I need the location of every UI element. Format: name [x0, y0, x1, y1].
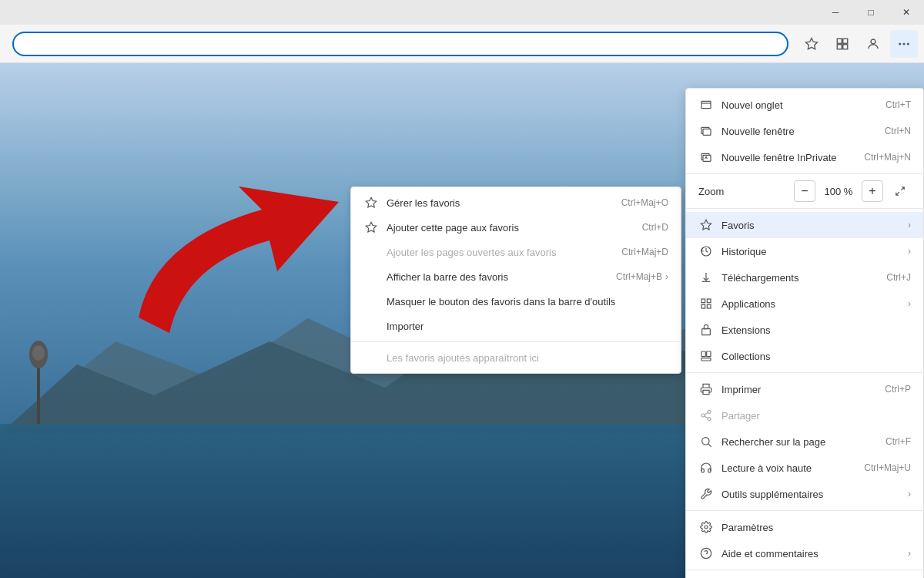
zoom-expand-button[interactable]: [889, 180, 911, 202]
title-bar: ─ □ ✕: [0, 0, 924, 25]
svg-line-39: [708, 444, 711, 447]
chevron-applications: ›: [908, 298, 911, 309]
menu-item-favoris[interactable]: Favoris ›: [686, 212, 923, 238]
close-button[interactable]: ✕: [889, 0, 924, 25]
red-arrow: [123, 148, 354, 341]
svg-rect-29: [701, 351, 705, 357]
star-icon: [363, 195, 379, 210]
svg-point-5: [871, 39, 875, 44]
minimize-button[interactable]: ─: [818, 0, 853, 25]
menu-item-parametres[interactable]: Paramètres: [686, 514, 923, 540]
menu-label-nouvelle-fenetre: Nouvelle fenêtre: [721, 126, 877, 137]
menu-shortcut-lecture: Ctrl+Maj+U: [864, 462, 911, 473]
svg-point-35: [708, 418, 711, 421]
menu-label-telechargements: Téléchargements: [721, 272, 879, 284]
svg-marker-15: [366, 222, 376, 232]
fav-item-importer[interactable]: Importer: [351, 314, 681, 338]
new-tab-icon: [698, 97, 714, 113]
zoom-label: Zoom: [698, 186, 794, 197]
star-icon: [805, 37, 819, 51]
menu-shortcut-telechargements: Ctrl+J: [886, 272, 911, 283]
chevron-outils: ›: [908, 489, 911, 499]
profile-button[interactable]: [859, 30, 887, 58]
fav-label-afficher: Afficher la barre des favoris: [387, 271, 601, 283]
extensions-icon: [698, 322, 714, 338]
fav-item-ajouter[interactable]: Ajouter cette page aux favoris Ctrl+D: [351, 215, 681, 240]
favoris-icon: [698, 217, 714, 233]
menu-item-outils[interactable]: Outils supplémentaires ›: [686, 481, 923, 507]
fav-separator: [351, 341, 681, 342]
svg-point-7: [903, 42, 906, 45]
svg-rect-4: [843, 44, 848, 49]
svg-rect-25: [707, 299, 711, 303]
menu-label-historique: Historique: [721, 246, 905, 257]
read-aloud-icon: [698, 460, 714, 476]
zoom-row: Zoom − 100 % +: [686, 177, 923, 205]
fav-label-masquer: Masquer le bouton des favoris dans la ba…: [387, 296, 668, 307]
print-icon: [698, 381, 714, 397]
zoom-value: 100 %: [822, 186, 855, 197]
toolbar-icons: [798, 30, 918, 58]
svg-rect-19: [703, 129, 711, 135]
empty-icon-1: [363, 244, 379, 260]
empty-icon-2: [363, 269, 379, 284]
share-icon: [698, 408, 714, 423]
menu-shortcut-imprimer: Ctrl+P: [885, 384, 911, 395]
favorites-toolbar-button[interactable]: [798, 30, 825, 58]
menu-item-aide[interactable]: Aide et commentaires ›: [686, 540, 923, 566]
svg-rect-30: [707, 351, 711, 357]
menu-item-applications[interactable]: Applications ›: [686, 291, 923, 317]
fav-item-masquer[interactable]: Masquer le bouton des favoris dans la ba…: [351, 289, 681, 314]
svg-rect-24: [701, 299, 705, 303]
arrow-svg: [123, 148, 354, 341]
menu-item-fermer[interactable]: Fermer Microsoft Edge: [686, 573, 923, 578]
menu-item-extensions[interactable]: Extensions: [686, 317, 923, 343]
menu-item-telechargements[interactable]: Téléchargements Ctrl+J: [686, 264, 923, 291]
collections-menu-icon: [698, 348, 714, 364]
menu-item-nouvel-onglet[interactable]: Nouvel onglet Ctrl+T: [686, 92, 923, 118]
zoom-increase-button[interactable]: +: [862, 180, 883, 202]
menu-item-inprivate[interactable]: Nouvelle fenêtre InPrivate Ctrl+Maj+N: [686, 144, 923, 170]
empty-icon-3: [363, 294, 379, 309]
empty-icon-4: [363, 318, 379, 334]
svg-rect-1: [837, 39, 842, 43]
search-page-icon: [698, 434, 714, 449]
svg-rect-16: [701, 101, 711, 108]
bird-svg: [15, 331, 62, 424]
url-input[interactable]: [23, 38, 778, 50]
favorites-submenu: Gérer les favoris Ctrl+Maj+O Ajouter cet…: [350, 187, 681, 374]
menu-item-rechercher[interactable]: Rechercher sur la page Ctrl+F: [686, 428, 923, 455]
collections-toolbar-button[interactable]: [829, 30, 856, 58]
fav-label-gerer: Gérer les favoris: [387, 197, 606, 209]
maximize-button[interactable]: □: [853, 0, 889, 25]
fav-shortcut-gerer: Ctrl+Maj+O: [621, 197, 668, 208]
menu-item-imprimer[interactable]: Imprimer Ctrl+P: [686, 376, 923, 402]
inprivate-icon: [698, 150, 714, 165]
main-content: Gérer les favoris Ctrl+Maj+O Ajouter cet…: [0, 63, 924, 578]
svg-rect-3: [837, 44, 842, 49]
chevron-icon-afficher: ›: [665, 271, 668, 282]
menu-label-outils: Outils supplémentaires: [721, 489, 905, 500]
fav-item-gerer[interactable]: Gérer les favoris Ctrl+Maj+O: [351, 190, 681, 215]
menu-item-nouvelle-fenetre[interactable]: Nouvelle fenêtre Ctrl+N: [686, 118, 923, 144]
fav-item-afficher[interactable]: Afficher la barre des favoris Ctrl+Maj+B…: [351, 264, 681, 289]
svg-line-36: [705, 416, 708, 418]
address-bar[interactable]: [12, 32, 788, 56]
history-icon: [698, 244, 714, 259]
menu-item-historique[interactable]: Historique ›: [686, 238, 923, 264]
svg-rect-26: [701, 304, 705, 308]
zoom-decrease-button[interactable]: −: [794, 180, 815, 202]
svg-point-33: [708, 410, 711, 413]
menu-item-collections[interactable]: Collections: [686, 343, 923, 369]
menu-label-partager: Partager: [721, 410, 911, 422]
window-controls: ─ □ ✕: [818, 0, 924, 25]
menu-item-lecture[interactable]: Lecture à voix haute Ctrl+Maj+U: [686, 455, 923, 481]
collections-icon: [835, 37, 849, 51]
download-icon: [698, 270, 714, 285]
svg-line-37: [705, 412, 708, 415]
menu-shortcut-nouvelle-fenetre: Ctrl+N: [885, 126, 911, 136]
address-bar-area: [0, 25, 924, 63]
more-button[interactable]: [890, 30, 918, 58]
fav-shortcut-ajouter: Ctrl+D: [642, 222, 668, 233]
svg-point-13: [32, 345, 45, 361]
